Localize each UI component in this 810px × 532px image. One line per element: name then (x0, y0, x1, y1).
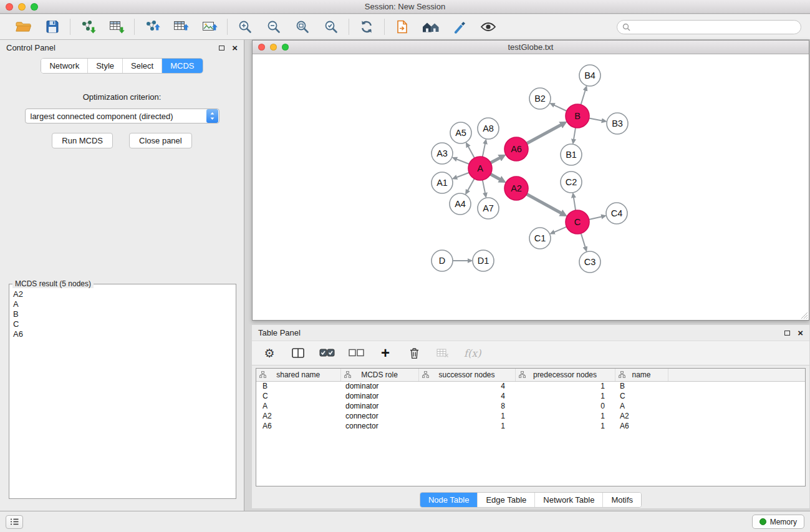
tab-node-table[interactable]: Node Table (420, 493, 478, 507)
graph-edge-B-B1[interactable] (574, 128, 576, 140)
cell: dominator (340, 381, 418, 391)
export-image-button[interactable] (200, 17, 219, 36)
search-field (617, 20, 801, 34)
tab-edge-table[interactable]: Edge Table (477, 493, 534, 507)
graph-node-label-C1: C1 (534, 233, 546, 243)
search-input[interactable] (634, 22, 796, 31)
export-network-button[interactable] (143, 17, 162, 36)
import-network-button[interactable] (79, 17, 97, 36)
mcds-result-item[interactable]: A (13, 299, 232, 309)
tab-network-table[interactable]: Network Table (534, 493, 602, 507)
network-canvas[interactable]: B4B2BB3A8A5A6A3B1AC2A1A2A4A7C4CC1C3DD1 (253, 54, 809, 320)
function-builder-button[interactable]: f(x) (464, 344, 481, 362)
create-column-button[interactable]: + (378, 344, 393, 362)
deselect-all-button[interactable] (349, 344, 364, 362)
attribute-tree-icon (422, 371, 429, 380)
delete-table-button[interactable] (435, 344, 450, 362)
close-panel-button[interactable]: Close panel (129, 133, 192, 148)
table-settings-button[interactable]: ⚙ (262, 344, 277, 362)
zoom-selected-button[interactable] (322, 17, 340, 36)
refresh-button[interactable] (357, 17, 376, 36)
column-header-predecessor-nodes[interactable]: predecessor nodes (515, 369, 615, 381)
app-titlebar[interactable]: Session: New Session (0, 0, 810, 14)
graph-node-label-B4: B4 (584, 70, 595, 80)
zoom-window-button[interactable] (31, 3, 38, 11)
tab-select[interactable]: Select (122, 59, 162, 73)
graph-edge-C-C2[interactable] (574, 198, 576, 211)
close-window-button[interactable] (6, 3, 13, 11)
resize-grip[interactable] (801, 312, 808, 319)
table-row-A2[interactable]: A2connector11A2 (256, 411, 805, 421)
column-header-shared-name[interactable]: shared name (256, 369, 340, 381)
task-history-button[interactable] (6, 515, 23, 529)
cell: 1 (515, 381, 615, 391)
graph-edge-A2-C[interactable] (527, 194, 561, 213)
eye-button[interactable] (479, 17, 498, 36)
graph-node-label-C3: C3 (584, 257, 596, 267)
document-button[interactable] (393, 17, 412, 36)
paintbrush-button[interactable] (450, 17, 469, 36)
network-window-titlebar[interactable]: testGlobe.txt (253, 41, 809, 54)
float-panel-icon[interactable] (219, 46, 224, 51)
home-button[interactable] (422, 17, 440, 36)
graph-edge-B-B3[interactable] (589, 118, 602, 121)
table-row-A[interactable]: Adominator80A (256, 401, 805, 411)
graph-edge-C-C1[interactable] (554, 227, 567, 233)
column-header-successor-nodes[interactable]: successor nodes (418, 369, 515, 381)
graph-edge-A-A7[interactable] (483, 180, 485, 193)
graph-node-label-A1: A1 (436, 178, 448, 188)
graph-edge-A-A1[interactable] (456, 173, 469, 178)
optimization-criterion-select[interactable]: largest connected component (directed) (25, 109, 219, 123)
graph-edge-A-A3[interactable] (456, 159, 469, 164)
graph-edge-B-B2[interactable] (554, 105, 567, 111)
graph-node-label-C: C (574, 217, 581, 227)
tab-style[interactable]: Style (87, 59, 122, 73)
columns-icon (292, 348, 304, 358)
mcds-result-item[interactable]: C (13, 319, 232, 329)
import-table-button[interactable] (107, 17, 126, 36)
zoom-fit-button[interactable] (293, 17, 312, 36)
mcds-result-item[interactable]: A6 (13, 329, 232, 339)
graph-edge-C-C4[interactable] (589, 216, 602, 220)
table-row-A6[interactable]: A6connector11A6 (256, 421, 805, 431)
show-columns-button[interactable] (291, 344, 306, 362)
graph-edge-A-A4[interactable] (468, 179, 475, 191)
table-row-C[interactable]: Cdominator41C (256, 391, 805, 401)
export-table-button[interactable] (171, 17, 190, 36)
graph-edge-C-C3[interactable] (581, 233, 586, 247)
float-table-panel-icon[interactable] (784, 331, 790, 336)
minimize-network-button[interactable] (270, 44, 277, 51)
cell: A2 (256, 411, 340, 421)
graph-edge-B-B4[interactable] (581, 90, 586, 105)
close-network-button[interactable] (258, 44, 265, 51)
graph-edge-A-A6[interactable] (491, 158, 500, 163)
graph-edge-A-A8[interactable] (483, 144, 485, 157)
tab-mcds[interactable]: MCDS (162, 59, 202, 73)
tab-motifs[interactable]: Motifs (602, 493, 641, 507)
open-session-button[interactable] (14, 17, 33, 36)
minimize-window-button[interactable] (18, 3, 26, 11)
zoom-in-button[interactable] (236, 17, 254, 36)
zoom-network-button[interactable] (282, 44, 289, 51)
column-header-mcds-role[interactable]: MCDS role (340, 369, 418, 381)
zoom-out-button[interactable] (264, 17, 283, 36)
graph-edge-A-A5[interactable] (468, 147, 475, 158)
close-table-panel-icon[interactable]: × (798, 328, 803, 337)
column-header-name[interactable]: name (615, 369, 668, 381)
column-header-filler (668, 369, 805, 381)
graph-edge-A-A2[interactable] (491, 174, 500, 179)
table-row-B[interactable]: Bdominator41B (256, 381, 805, 391)
zoom-selected-icon (324, 19, 339, 34)
select-all-button[interactable] (319, 344, 335, 362)
close-panel-icon[interactable]: × (232, 43, 238, 52)
tab-network[interactable]: Network (41, 59, 87, 73)
cell-filler (668, 421, 805, 431)
save-session-button[interactable] (43, 17, 62, 36)
mcds-result-item[interactable]: A2 (13, 289, 232, 299)
run-mcds-button[interactable]: Run MCDS (52, 133, 113, 148)
list-icon (9, 518, 19, 526)
delete-column-button[interactable] (407, 344, 422, 362)
graph-edge-A6-B[interactable] (527, 125, 561, 143)
memory-button[interactable]: Memory (752, 515, 804, 529)
mcds-result-item[interactable]: B (13, 309, 232, 319)
